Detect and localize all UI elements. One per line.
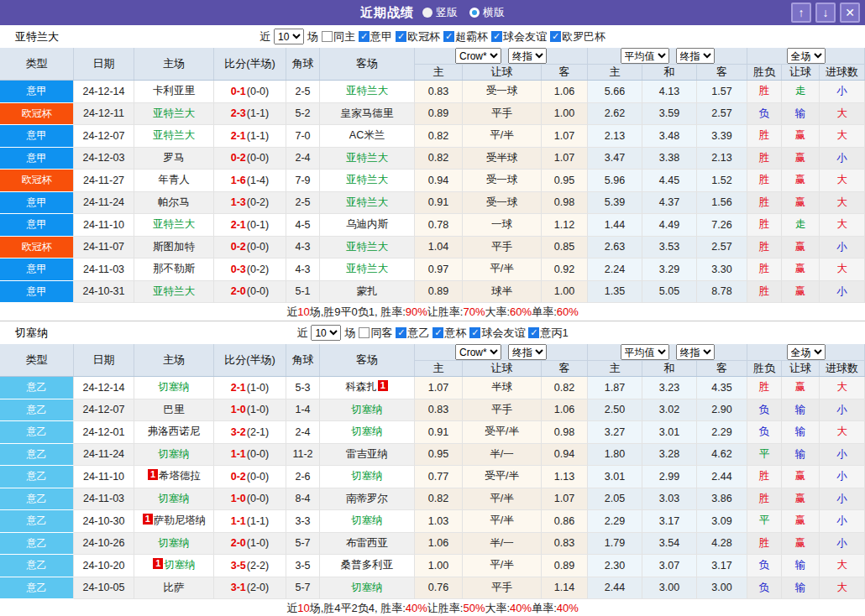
result-text: 负 (759, 558, 770, 572)
avg-away: 3.30 (697, 258, 747, 281)
home-team: 年青人 (134, 170, 214, 192)
away-team: 科森扎1 (320, 377, 415, 399)
filter-checkbox-意丙1[interactable]: ✓意丙1 (528, 326, 568, 341)
halftime-score: (1-0) (247, 404, 269, 415)
odds-home: 0.83 (415, 81, 463, 103)
summary-segment: 40% (557, 602, 579, 614)
fulltime-score: 0-2 (231, 241, 246, 253)
type-badge: 意甲 (0, 214, 74, 237)
result-winloss: 胜 (747, 281, 782, 304)
filter-checkbox-同主[interactable]: 同主 (322, 29, 355, 44)
final-odds-select[interactable]: 终指 (508, 48, 547, 64)
checkbox-checked-icon: ✓ (443, 31, 454, 42)
away-team: 南蒂罗尔 (320, 488, 415, 511)
result-text: 赢 (795, 469, 806, 483)
result-goals: 大 (820, 421, 865, 444)
bookmaker-dropdown-cell: Crow*终指 (415, 48, 588, 65)
odds-away: 0.98 (542, 421, 588, 444)
team-name-text: 萨勒尼塔纳 (154, 514, 207, 528)
odds-away: 1.07 (542, 488, 588, 511)
avg-home: 3.01 (588, 466, 642, 488)
move-down-button[interactable]: ↓ (815, 3, 836, 23)
summary-segment: 让胜率: (427, 601, 464, 616)
avg-home: 2.44 (588, 577, 642, 600)
average-final-select[interactable]: 终指 (676, 48, 715, 64)
score: 0-3(0-2) (214, 258, 286, 281)
bookmaker-select[interactable]: Crow* (455, 344, 501, 360)
layout-radio-vertical[interactable]: 竖版 (422, 5, 458, 20)
score: 2-0(1-0) (214, 533, 286, 556)
move-up-button[interactable]: ↑ (791, 3, 811, 23)
filter-checkbox-欧罗巴杯[interactable]: ✓欧罗巴杯 (550, 29, 606, 44)
section-亚特兰大: 亚特兰大近10场同主✓意甲✓欧冠杯✓超霸杯✓球会友谊✓欧罗巴杯类型日期主场比分(… (0, 25, 865, 321)
result-goals: 小 (820, 533, 865, 556)
scope-select[interactable]: 全场 (787, 48, 826, 64)
home-team: 斯图加特 (134, 237, 214, 259)
team-name-text: 亚特兰大 (346, 84, 388, 98)
result-goals: 小 (820, 444, 865, 467)
filter-checkbox-同客[interactable]: 同客 (359, 326, 392, 341)
filter-checkbox-超霸杯[interactable]: ✓超霸杯 (443, 29, 488, 44)
result-text: 小 (836, 492, 847, 506)
result-text: 胜 (759, 380, 770, 394)
match-date: 24-12-11 (74, 103, 134, 126)
score: 1-3(0-2) (214, 192, 286, 215)
filter-checkbox-意杯[interactable]: ✓意杯 (432, 326, 466, 341)
corners: 3-5 (286, 555, 320, 577)
close-button[interactable]: ✕ (840, 3, 860, 23)
match-date: 24-11-03 (74, 488, 134, 511)
result-winloss: 胜 (747, 148, 782, 170)
filter-checkbox-意甲[interactable]: ✓意甲 (359, 29, 392, 44)
halftime-score: (0-2) (247, 264, 269, 275)
corners: 11-2 (286, 444, 320, 467)
avg-draw: 3.54 (642, 533, 697, 556)
summary-segment: 让胜率: (427, 305, 464, 320)
result-winloss: 平 (747, 444, 782, 467)
odds-handicap: 平/半 (463, 555, 542, 577)
filter-checkbox-球会友谊[interactable]: ✓球会友谊 (491, 29, 547, 44)
average-final-select[interactable]: 终指 (676, 344, 715, 360)
halftime-score: (1-4) (247, 175, 269, 186)
average-select[interactable]: 平均值 (621, 344, 669, 360)
result-handicap: 赢 (782, 192, 820, 215)
odds-handicap: 球半 (463, 281, 542, 304)
avg-home: 5.39 (588, 192, 642, 215)
fulltime-score: 1-1 (231, 515, 246, 527)
final-odds-select[interactable]: 终指 (508, 344, 547, 360)
avg-draw: 3.02 (642, 399, 697, 422)
layout-radio-horizontal[interactable]: 横版 (469, 5, 505, 20)
home-team: 亚特兰大 (134, 125, 214, 148)
filter-checkbox-球会友谊[interactable]: ✓球会友谊 (469, 326, 525, 341)
odds-away: 1.07 (542, 148, 588, 170)
checkbox-checked-icon: ✓ (469, 327, 480, 338)
score: 2-0(0-0) (214, 281, 286, 304)
avg-home: 1.35 (588, 281, 642, 304)
result-text: 负 (759, 403, 770, 417)
window-buttons: ↑↓✕ (791, 3, 860, 23)
summary-segment: 10 (297, 305, 309, 318)
result-winloss: 负 (747, 399, 782, 422)
fulltime-score: 2-3 (231, 107, 246, 119)
result-goals: 小 (820, 466, 865, 488)
filter-checkbox-意乙[interactable]: ✓意乙 (396, 326, 429, 341)
odds-handicap: 平手 (463, 237, 542, 259)
scope-select[interactable]: 全场 (787, 344, 826, 360)
result-winloss: 胜 (747, 258, 782, 281)
odds-handicap: 半球 (463, 377, 542, 399)
bookmaker-select[interactable]: Crow* (455, 48, 501, 64)
result-handicap: 赢 (782, 466, 820, 488)
average-select[interactable]: 平均值 (621, 48, 669, 64)
fulltime-score: 1-3 (231, 196, 246, 208)
odds-away: 0.94 (542, 444, 588, 467)
corners: 1-4 (286, 399, 320, 422)
match-count-select[interactable]: 10 (311, 325, 341, 341)
filter-checkbox-欧冠杯[interactable]: ✓欧冠杯 (396, 29, 440, 44)
match-count-select[interactable]: 10 (274, 29, 304, 44)
sub-column-header-和: 和 (642, 361, 697, 376)
halftime-score: (0-1) (247, 219, 269, 231)
match-row: 意甲24-11-10亚特兰大2-1(0-1)4-5乌迪内斯0.78一球1.121… (0, 214, 865, 237)
checkbox-checked-icon: ✓ (550, 31, 561, 42)
result-text: 小 (836, 514, 847, 528)
avg-away: 1.57 (697, 81, 747, 103)
odds-away: 1.13 (542, 466, 588, 488)
